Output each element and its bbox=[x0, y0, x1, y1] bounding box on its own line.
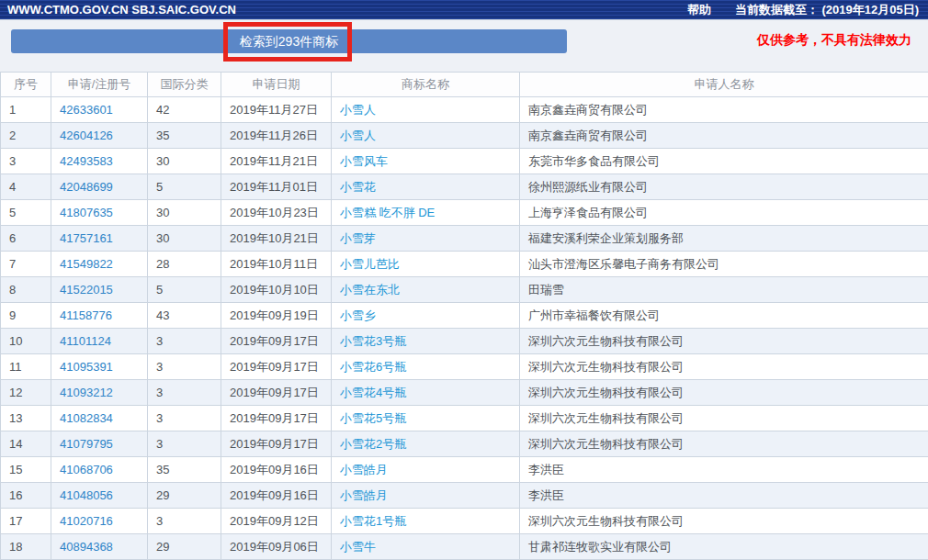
reg-no-link[interactable]: 41093212 bbox=[60, 386, 113, 399]
reg-no-link[interactable]: 41807635 bbox=[60, 206, 113, 219]
class-cell: 35 bbox=[148, 457, 221, 483]
trademark-link[interactable]: 小雪花1号瓶 bbox=[340, 514, 406, 528]
serial-cell: 8 bbox=[1, 277, 51, 303]
data-cutoff-label: 当前数据截至： bbox=[735, 3, 819, 17]
trademark-cell: 小雪花3号瓶 bbox=[332, 329, 520, 354]
date-cell: 2019年09月17日 bbox=[221, 354, 332, 380]
results-table-body: 142633601422019年11月27日小雪人南京鑫垚商贸有限公司24260… bbox=[1, 97, 928, 560]
trademark-cell: 小雪皓月 bbox=[332, 483, 520, 509]
trademark-cell: 小雪儿芭比 bbox=[332, 252, 520, 277]
table-row: 342493583302019年11月21日小雪风车东莞市华多食品有限公司 bbox=[1, 149, 928, 174]
header-reg-no: 申请/注册号 bbox=[51, 73, 148, 97]
reg-no-cell: 41522015 bbox=[51, 277, 148, 303]
trademark-link[interactable]: 小雪皓月 bbox=[340, 488, 388, 502]
trademark-link[interactable]: 小雪花 bbox=[340, 180, 376, 194]
trademark-link[interactable]: 小雪花3号瓶 bbox=[340, 334, 406, 348]
reg-no-link[interactable]: 41522015 bbox=[60, 283, 113, 297]
class-cell: 28 bbox=[148, 252, 221, 277]
class-cell: 43 bbox=[148, 303, 221, 329]
reg-no-link[interactable]: 41068706 bbox=[60, 463, 113, 476]
serial-cell: 3 bbox=[1, 149, 51, 174]
serial-cell: 15 bbox=[1, 457, 51, 483]
reg-no-link[interactable]: 41757161 bbox=[60, 231, 113, 245]
trademark-link[interactable]: 小雪牛 bbox=[340, 540, 376, 554]
serial-cell: 11 bbox=[1, 354, 51, 380]
site-title: WWW.CTMO.GOV.CN SBJ.SAIC.GOV.CN bbox=[7, 3, 236, 17]
reg-no-link[interactable]: 42048699 bbox=[60, 180, 113, 194]
serial-cell: 4 bbox=[1, 174, 51, 200]
reg-no-link[interactable]: 42604126 bbox=[60, 129, 113, 142]
table-row: 104110112432019年09月17日小雪花3号瓶深圳六次元生物科技有限公… bbox=[1, 329, 928, 354]
table-row: 84152201552019年10月10日小雪在东北田瑞雪 bbox=[1, 277, 928, 303]
serial-cell: 7 bbox=[1, 252, 51, 277]
help-link[interactable]: 帮助 bbox=[687, 2, 711, 18]
disclaimer-text: 仅供参考，不具有法律效力 bbox=[757, 32, 911, 49]
reg-no-cell: 41807635 bbox=[51, 200, 148, 226]
applicant-cell: 深圳六次元生物科技有限公司 bbox=[520, 354, 928, 380]
reg-no-link[interactable]: 41158776 bbox=[60, 308, 112, 322]
trademark-cell: 小雪人 bbox=[332, 123, 520, 149]
class-cell: 42 bbox=[148, 97, 221, 123]
trademark-link[interactable]: 小雪风车 bbox=[340, 154, 388, 168]
reg-no-link[interactable]: 42633601 bbox=[60, 103, 113, 117]
serial-cell: 18 bbox=[1, 534, 51, 560]
date-cell: 2019年09月17日 bbox=[221, 380, 332, 406]
date-cell: 2019年10月10日 bbox=[221, 277, 332, 303]
class-cell: 29 bbox=[148, 534, 221, 560]
class-cell: 5 bbox=[148, 174, 221, 200]
reg-no-link[interactable]: 41020716 bbox=[60, 514, 113, 528]
trademark-link[interactable]: 小雪儿芭比 bbox=[340, 257, 400, 271]
trademark-link[interactable]: 小雪芽 bbox=[340, 231, 376, 245]
reg-no-link[interactable]: 41101124 bbox=[60, 334, 111, 348]
trademark-cell: 小雪糕 吃不胖 DE bbox=[332, 200, 520, 226]
class-cell: 3 bbox=[148, 509, 221, 534]
date-cell: 2019年10月21日 bbox=[221, 226, 332, 252]
trademark-link[interactable]: 小雪花2号瓶 bbox=[340, 437, 406, 451]
serial-cell: 17 bbox=[1, 509, 51, 534]
serial-cell: 13 bbox=[1, 406, 51, 431]
serial-cell: 14 bbox=[1, 431, 51, 457]
class-cell: 3 bbox=[148, 431, 221, 457]
reg-no-link[interactable]: 41095391 bbox=[60, 360, 113, 374]
search-result-count-button[interactable]: 检索到293件商标 bbox=[11, 29, 567, 53]
reg-no-cell: 41068706 bbox=[51, 457, 148, 483]
table-row: 741549822282019年10月11日小雪儿芭比汕头市澄海区乐馨电子商务有… bbox=[1, 252, 928, 277]
serial-cell: 10 bbox=[1, 329, 51, 354]
class-cell: 3 bbox=[148, 329, 221, 354]
trademark-link[interactable]: 小雪人 bbox=[340, 129, 376, 142]
trademark-link[interactable]: 小雪花6号瓶 bbox=[340, 360, 406, 374]
table-row: 134108283432019年09月17日小雪花5号瓶深圳六次元生物科技有限公… bbox=[1, 406, 928, 431]
reg-no-link[interactable]: 42493583 bbox=[60, 154, 113, 168]
class-cell: 3 bbox=[148, 354, 221, 380]
applicant-cell: 福建安溪利荣企业策划服务部 bbox=[520, 226, 928, 252]
applicant-cell: 田瑞雪 bbox=[520, 277, 928, 303]
reg-no-link[interactable]: 41549822 bbox=[60, 257, 113, 271]
toolbar: 检索到293件商标 仅供参考，不具有法律效力 bbox=[0, 20, 928, 72]
applicant-cell: 李洪臣 bbox=[520, 483, 928, 509]
date-cell: 2019年09月06日 bbox=[221, 534, 332, 560]
date-cell: 2019年09月17日 bbox=[221, 431, 332, 457]
reg-no-link[interactable]: 40894368 bbox=[60, 540, 113, 554]
applicant-cell: 深圳六次元生物科技有限公司 bbox=[520, 431, 928, 457]
reg-no-cell: 40894368 bbox=[51, 534, 148, 560]
trademark-link[interactable]: 小雪糕 吃不胖 DE bbox=[340, 206, 435, 219]
date-cell: 2019年09月16日 bbox=[221, 457, 332, 483]
trademark-link[interactable]: 小雪皓月 bbox=[340, 463, 388, 476]
reg-no-cell: 42604126 bbox=[51, 123, 148, 149]
reg-no-link[interactable]: 41079795 bbox=[60, 437, 113, 451]
trademark-cell: 小雪花1号瓶 bbox=[332, 509, 520, 534]
class-cell: 29 bbox=[148, 483, 221, 509]
table-row: 142633601422019年11月27日小雪人南京鑫垚商贸有限公司 bbox=[1, 97, 928, 123]
trademark-cell: 小雪牛 bbox=[332, 534, 520, 560]
trademark-link[interactable]: 小雪在东北 bbox=[340, 283, 400, 297]
trademark-link[interactable]: 小雪花4号瓶 bbox=[340, 386, 406, 399]
header-intl-class: 国际分类 bbox=[148, 73, 221, 97]
table-row: 541807635302019年10月23日小雪糕 吃不胖 DE上海亨泽食品有限… bbox=[1, 200, 928, 226]
reg-no-cell: 41082834 bbox=[51, 406, 148, 431]
trademark-link[interactable]: 小雪人 bbox=[340, 103, 376, 117]
trademark-link[interactable]: 小雪花5号瓶 bbox=[340, 411, 406, 425]
trademark-link[interactable]: 小雪乡 bbox=[340, 308, 376, 322]
reg-no-link[interactable]: 41048056 bbox=[60, 488, 113, 502]
reg-no-link[interactable]: 41082834 bbox=[60, 411, 113, 425]
date-cell: 2019年09月16日 bbox=[221, 483, 332, 509]
